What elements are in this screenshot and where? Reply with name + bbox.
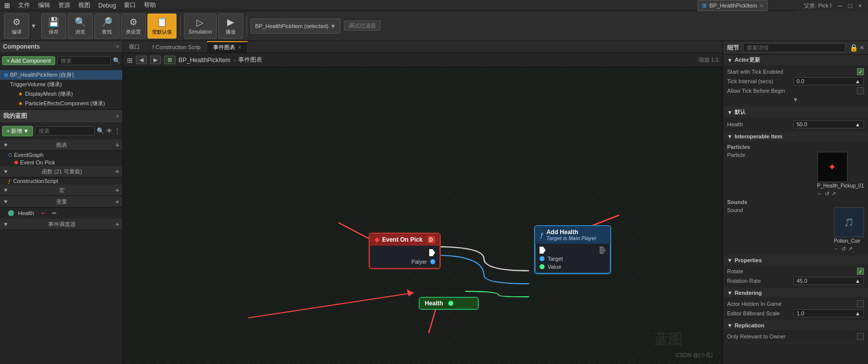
- tab-event-graph[interactable]: 事件图表 ×: [207, 41, 248, 53]
- blueprint-view-icon[interactable]: 👁: [106, 127, 112, 134]
- defaults-header[interactable]: ▼ 默认: [723, 107, 868, 117]
- menu-window[interactable]: 窗口: [120, 1, 140, 10]
- blueprint-search[interactable]: [35, 126, 95, 135]
- actor-update-header[interactable]: ▼ Actor更新: [723, 55, 868, 65]
- sound-icon-refresh[interactable]: ↺: [841, 246, 846, 252]
- component-item-mesh[interactable]: ★ DisplayMesh (继承): [0, 89, 122, 99]
- prop-tick-enabled-checkbox[interactable]: ✓: [857, 68, 864, 75]
- component-item-particle[interactable]: ★ ParticleEffectsComponent (继承): [0, 99, 122, 108]
- event-on-pick-item[interactable]: ◆ Event On Pick: [0, 158, 122, 166]
- blueprint-search-icon[interactable]: 🔍: [97, 127, 104, 134]
- event-on-pick-node[interactable]: ◈ Event On Pick D Palyer: [369, 233, 441, 269]
- particle-icon-open[interactable]: ↗: [831, 191, 836, 197]
- event-exec-out[interactable]: [429, 249, 435, 256]
- prop-tick-interval-label: Tick Interval (secs): [727, 78, 791, 84]
- simulation-button[interactable]: ▷ Simulation: [184, 14, 217, 39]
- properties-header[interactable]: ▼ Properties: [723, 256, 868, 265]
- health-variable-item[interactable]: Health ← ✏: [0, 208, 122, 219]
- component-mesh-icon: ★: [18, 91, 23, 97]
- breadcrumb-forward[interactable]: ▶: [150, 56, 161, 64]
- details-close[interactable]: ×: [860, 44, 864, 52]
- particle-icon-arrow-left[interactable]: ←: [817, 191, 823, 197]
- breadcrumb-home[interactable]: ⊞: [127, 56, 133, 64]
- debug-dropdown[interactable]: BP_HealthPickItem (selected) ▼: [251, 19, 340, 34]
- close-btn[interactable]: ×: [858, 2, 862, 10]
- graphs-add-btn[interactable]: +: [115, 141, 119, 149]
- breadcrumb-blueprint-icon[interactable]: ⊞: [164, 56, 176, 64]
- variables-header[interactable]: ▼ 变量 +: [0, 196, 122, 208]
- menu-help[interactable]: 帮助: [140, 1, 160, 10]
- debug-search[interactable]: 调试过滤器: [344, 22, 381, 30]
- component-item-trigger[interactable]: TriggerVolume (继承): [0, 80, 122, 89]
- prop-health-value[interactable]: 50.0 ▲: [793, 120, 864, 128]
- menu-assets[interactable]: 资源: [54, 1, 74, 10]
- prop-allow-tick-checkbox[interactable]: [857, 87, 864, 94]
- sound-icon-open[interactable]: ↗: [848, 246, 852, 252]
- interoperable-header[interactable]: ▼ Interoperable Item: [723, 132, 868, 141]
- component-item-self[interactable]: ⊞ BP_HealthPickItem (自身): [0, 70, 122, 80]
- macros-add-btn[interactable]: +: [115, 186, 119, 194]
- health-var-output-pin[interactable]: [448, 301, 453, 306]
- graphs-header[interactable]: ▼ 图表 +: [0, 139, 122, 151]
- add-health-target-pin[interactable]: [540, 256, 545, 261]
- particle-icon-refresh[interactable]: ↺: [825, 191, 829, 197]
- components-close[interactable]: ×: [116, 43, 119, 50]
- menu-edit[interactable]: 编辑: [34, 1, 54, 10]
- tab-construction[interactable]: f Construction Scrip: [146, 41, 207, 53]
- tab-viewport[interactable]: 视口: [123, 41, 146, 53]
- interoperable-section: ▼ Interoperable Item Particles Particle …: [723, 132, 868, 256]
- blueprint-more-icon[interactable]: ⋮: [114, 127, 120, 134]
- components-search-icon[interactable]: 🔍: [113, 57, 120, 64]
- add-new-button[interactable]: + 新增 ▼: [2, 126, 33, 136]
- menu-file[interactable]: 文件: [14, 1, 34, 10]
- rendering-header[interactable]: ▼ Rendering: [723, 288, 868, 297]
- breadcrumb-back[interactable]: ◀: [136, 56, 147, 64]
- menu-debug[interactable]: Debug: [94, 2, 120, 9]
- defaults-button[interactable]: 📋 变默认值: [147, 14, 177, 39]
- macros-header[interactable]: ▼ 宏 +: [0, 185, 122, 196]
- prop-rotation-rate-value[interactable]: 45.0 ▲: [793, 277, 864, 285]
- my-blueprint-close[interactable]: ×: [116, 113, 119, 120]
- add-health-node[interactable]: ƒ Add Health Target is Main Player Targe…: [534, 225, 611, 274]
- details-search-input[interactable]: [743, 43, 845, 52]
- prop-only-relevant-checkbox[interactable]: [857, 333, 864, 340]
- play-button[interactable]: ▶ 播放: [218, 14, 243, 39]
- tab-event-graph-close[interactable]: ×: [238, 45, 241, 50]
- breadcrumb-separator: ›: [233, 57, 235, 64]
- event-dispatcher-header[interactable]: ▼ 事件调度器 +: [0, 219, 122, 230]
- save-button[interactable]: 💾 保存: [41, 14, 66, 39]
- prop-actor-hidden-checkbox[interactable]: [857, 300, 864, 307]
- details-lock-icon[interactable]: 🔒: [849, 44, 858, 52]
- window-tab-close[interactable]: ×: [760, 3, 763, 9]
- replication-header[interactable]: ▼ Replication: [723, 321, 868, 330]
- components-search[interactable]: [57, 56, 111, 65]
- compile-button[interactable]: ⚙ 编译: [4, 14, 29, 39]
- find-button[interactable]: 🔎 查找: [94, 14, 119, 39]
- properties-section: ▼ Properties Rotate ✓ Rotation Rate 45.0…: [723, 256, 868, 288]
- minimize-btn[interactable]: ─: [837, 2, 842, 10]
- compile-dropdown[interactable]: ▼: [31, 23, 40, 30]
- add-health-exec-out[interactable]: [600, 247, 606, 254]
- construction-script-item[interactable]: ƒ ConstructionScript: [0, 177, 122, 185]
- functions-add-btn[interactable]: +: [115, 167, 119, 175]
- event-palyer-pin[interactable]: [430, 259, 435, 264]
- prop-tick-interval-value[interactable]: 0.0 ▲: [793, 77, 864, 85]
- prop-billboard-scale-value[interactable]: 1.0 ▲: [793, 309, 864, 317]
- add-health-exec-in[interactable]: [540, 247, 546, 254]
- variables-add-btn[interactable]: +: [115, 198, 119, 206]
- event-graph-item[interactable]: ◇ EventGraph: [0, 151, 122, 158]
- add-component-button[interactable]: + Add Component: [2, 56, 55, 65]
- sound-icon-arrow-left[interactable]: ←: [834, 246, 839, 252]
- functions-header[interactable]: ▼ 函数 (21 可重载) +: [0, 166, 122, 177]
- menu-view[interactable]: 视图: [74, 1, 94, 10]
- settings-button[interactable]: ⚙ 类设置: [121, 14, 146, 39]
- browse-button[interactable]: 🔍 浏览: [68, 14, 93, 39]
- health-var-node[interactable]: Health: [419, 297, 479, 310]
- add-health-value-pin[interactable]: [540, 264, 545, 269]
- event-dispatcher-add-btn[interactable]: +: [115, 220, 119, 228]
- health-var-edit[interactable]: ✏: [52, 210, 57, 217]
- window-tab[interactable]: ⊞ BP_HealthPickItem ×: [698, 0, 768, 11]
- maximize-btn[interactable]: □: [848, 2, 852, 10]
- details-expand-arrow[interactable]: ▼: [723, 95, 868, 104]
- prop-rotate-checkbox[interactable]: ✓: [857, 268, 864, 275]
